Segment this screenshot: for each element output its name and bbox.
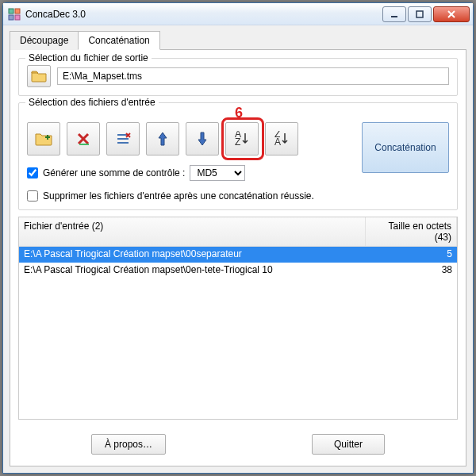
checksum-checkbox[interactable] [27,167,38,178]
svg-rect-1 [15,9,20,13]
svg-rect-3 [15,15,20,20]
input-group: Sélection des fichiers d'entrée 6 [18,102,458,210]
svg-rect-0 [9,9,13,13]
file-list-header: Fichier d'entrée (2) Taille en octets (4… [19,217,457,247]
svg-line-6 [448,11,455,17]
tab-bar: Découpage Concaténation [10,31,466,50]
list-row[interactable]: E:\A Pascal Triogical Création mapset\00… [19,247,457,263]
annotation-box [221,117,264,160]
concatenate-button-label: Concaténation [374,142,436,153]
tab-panel-concatenation: Sélection du fichier de sortie Sélection… [10,49,466,466]
row-path: E:\A Pascal Triogical Création mapset\0e… [24,264,366,275]
client-area: Découpage Concaténation Sélection du fic… [3,25,473,473]
tab-decoupage[interactable]: Découpage [10,31,79,50]
row-path: E:\A Pascal Triogical Création mapset\00… [24,248,366,261]
col-header-path[interactable]: Fichier d'entrée (2) [19,217,366,246]
tab-concatenation[interactable]: Concaténation [78,31,159,50]
window-title: ConcaDec 3.0 [25,9,86,20]
output-path-input[interactable] [57,67,449,85]
sort-za-button[interactable]: ZA [265,122,298,155]
row-size: 5 [366,248,452,261]
input-toolbar: 6 [27,109,354,155]
checksum-label: Générer une somme de contrôle : [43,167,185,178]
clear-list-button[interactable] [106,122,140,155]
col-header-size[interactable]: Taille en octets (43) [366,217,457,246]
delete-after-label: Supprimer les fichiers d'entrée après un… [43,190,314,202]
svg-text:A: A [274,136,281,147]
move-up-button[interactable] [146,122,179,155]
app-window: ConcaDec 3.0 Découpage Concaténation Sél… [2,2,474,474]
close-button[interactable] [433,6,470,22]
svg-rect-2 [9,15,13,20]
move-down-button[interactable] [186,122,219,155]
titlebar: ConcaDec 3.0 [3,3,473,25]
footer: À propos… Quitter [18,426,458,458]
svg-rect-5 [416,11,423,17]
delete-after-checkbox[interactable] [27,190,38,202]
about-button[interactable]: À propos… [91,434,166,455]
app-icon [8,8,21,21]
add-files-button[interactable] [27,122,60,155]
svg-line-7 [448,11,455,17]
file-list: Fichier d'entrée (2) Taille en octets (4… [18,217,458,420]
row-size: 38 [366,264,452,275]
output-group-title: Sélection du fichier de sortie [25,52,152,63]
list-row[interactable]: E:\A Pascal Triogical Création mapset\0e… [19,263,457,277]
browse-output-button[interactable] [27,65,51,87]
output-group: Sélection du fichier de sortie [18,58,458,96]
concatenate-button[interactable]: Concaténation [362,122,449,173]
input-group-title: Sélection des fichiers d'entrée [25,97,159,108]
quit-button[interactable]: Quitter [312,434,385,455]
minimize-button[interactable] [382,6,406,22]
remove-file-button[interactable] [67,122,100,155]
maximize-button[interactable] [408,6,432,22]
checksum-select[interactable]: MD5 [190,165,245,181]
